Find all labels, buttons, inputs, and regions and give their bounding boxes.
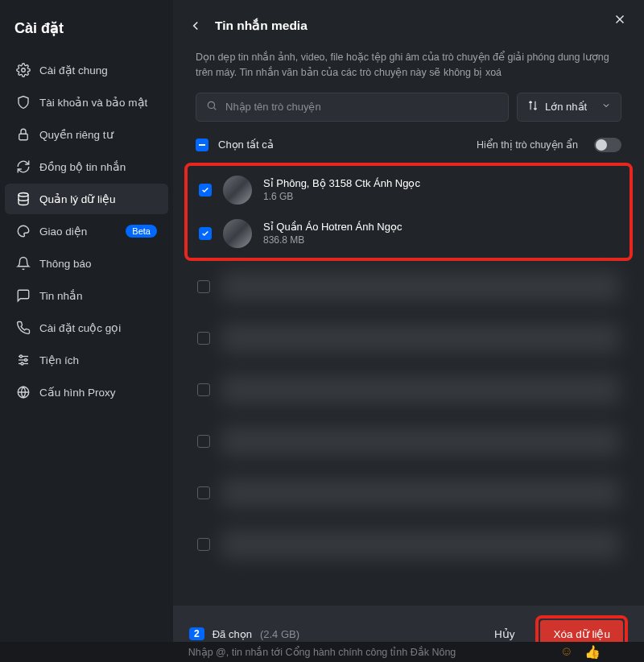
svg-point-7 bbox=[25, 359, 27, 362]
select-all-checkbox[interactable] bbox=[196, 139, 208, 151]
sidebar-item-label: Đồng bộ tin nhắn bbox=[39, 160, 126, 173]
sidebar-item-label: Tin nhắn bbox=[39, 289, 83, 302]
thumbs-up-icon[interactable]: 👍 bbox=[584, 644, 601, 660]
sidebar-item-label: Cài đặt cuộc gọi bbox=[39, 321, 121, 334]
conversation-checkbox[interactable] bbox=[197, 383, 210, 396]
sidebar-item-data[interactable]: Quản lý dữ liệu bbox=[5, 184, 168, 214]
blurred-content bbox=[221, 324, 620, 353]
svg-point-12 bbox=[208, 101, 214, 108]
conversation-item-blurred[interactable] bbox=[196, 261, 621, 312]
conversation-checkbox[interactable] bbox=[197, 332, 210, 345]
chevron-down-icon bbox=[601, 101, 611, 113]
avatar bbox=[223, 219, 252, 248]
gear-icon bbox=[16, 63, 31, 77]
sidebar-item-label: Quyền riêng tư bbox=[39, 128, 114, 141]
conversation-item-blurred[interactable] bbox=[196, 519, 621, 570]
conversation-item-blurred[interactable] bbox=[196, 364, 621, 416]
sidebar-item-label: Cấu hình Proxy bbox=[39, 386, 116, 399]
svg-rect-1 bbox=[19, 134, 28, 140]
page-description: Dọn dẹp tin nhắn ảnh, video, file hoặc t… bbox=[173, 39, 644, 93]
sidebar-item-messages[interactable]: Tin nhắn bbox=[5, 280, 168, 311]
sidebar-item-theme[interactable]: Giao diện Beta bbox=[5, 216, 168, 246]
conversation-checkbox[interactable] bbox=[197, 538, 210, 551]
sort-dropdown[interactable]: Lớn nhất bbox=[517, 93, 621, 122]
sidebar-item-call[interactable]: Cài đặt cuộc gọi bbox=[5, 312, 168, 343]
svg-point-2 bbox=[19, 193, 28, 197]
sidebar-item-label: Cài đặt chung bbox=[39, 64, 108, 77]
message-icon bbox=[16, 288, 31, 303]
page-title: Tin nhắn media bbox=[215, 19, 308, 33]
bell-icon bbox=[16, 256, 31, 271]
palette-icon bbox=[16, 224, 31, 238]
sidebar-item-notifications[interactable]: Thông báo bbox=[5, 248, 168, 279]
blurred-content bbox=[221, 427, 620, 456]
conversation-checkbox[interactable] bbox=[199, 227, 212, 240]
back-button[interactable] bbox=[186, 16, 205, 35]
show-hidden-toggle[interactable] bbox=[594, 138, 621, 152]
conversation-item[interactable]: Sỉ Phông, Bộ 3158 Ctk Ánh Ngọc 1.6 GB bbox=[197, 168, 620, 212]
sort-label: Lớn nhất bbox=[545, 101, 587, 113]
svg-point-6 bbox=[20, 355, 23, 358]
settings-sidebar: Cài đặt Cài đặt chung Tài khoản và bảo m… bbox=[0, 0, 173, 662]
svg-line-13 bbox=[214, 107, 217, 110]
blurred-content bbox=[221, 272, 620, 301]
close-button[interactable] bbox=[609, 8, 631, 31]
conversation-size: 836.8 MB bbox=[263, 234, 618, 246]
conversation-item[interactable]: Sỉ Quần Áo Hotren Ánh Ngọc 836.8 MB bbox=[197, 212, 620, 255]
search-input[interactable] bbox=[225, 101, 498, 113]
sidebar-item-privacy[interactable]: Quyền riêng tư bbox=[5, 119, 168, 150]
compose-hint: Nhập @, tin nhắn tới Cổng hành chính côn… bbox=[0, 642, 644, 662]
svg-point-0 bbox=[22, 68, 26, 72]
sidebar-item-account[interactable]: Tài khoản và bảo mật bbox=[5, 87, 168, 118]
emoji-icon[interactable]: ☺ bbox=[560, 644, 573, 660]
sidebar-item-label: Tài khoản và bảo mật bbox=[39, 96, 147, 109]
sidebar-item-label: Giao diện bbox=[39, 225, 87, 238]
beta-badge: Beta bbox=[126, 225, 157, 238]
sidebar-item-label: Tiện ích bbox=[39, 354, 79, 366]
conversation-size: 1.6 GB bbox=[263, 191, 618, 202]
avatar bbox=[223, 176, 252, 205]
conversation-item-blurred[interactable] bbox=[196, 312, 621, 364]
selected-count-badge: 2 bbox=[189, 627, 204, 640]
shield-icon bbox=[16, 95, 31, 110]
main-panel: Tin nhắn media Dọn dẹp tin nhắn ảnh, vid… bbox=[173, 0, 644, 662]
blurred-content bbox=[221, 478, 620, 507]
conversation-checkbox[interactable] bbox=[197, 280, 210, 293]
selected-size: (2.4 GB) bbox=[260, 628, 299, 640]
sort-arrows-icon bbox=[527, 100, 539, 114]
sidebar-title: Cài đặt bbox=[0, 14, 173, 53]
search-icon bbox=[206, 100, 217, 114]
sidebar-item-label: Thông báo bbox=[39, 258, 92, 270]
sync-icon bbox=[16, 159, 31, 174]
database-icon bbox=[16, 192, 31, 206]
sidebar-item-general[interactable]: Cài đặt chung bbox=[5, 55, 168, 85]
conversation-name: Sỉ Phông, Bộ 3158 Ctk Ánh Ngọc bbox=[263, 177, 618, 189]
sliders-icon bbox=[16, 353, 31, 367]
select-all-label: Chọn tất cả bbox=[218, 139, 274, 151]
svg-point-8 bbox=[21, 362, 23, 365]
conversation-checkbox[interactable] bbox=[197, 435, 210, 448]
search-box[interactable] bbox=[196, 93, 509, 122]
sidebar-item-label: Quản lý dữ liệu bbox=[39, 192, 116, 205]
sidebar-item-proxy[interactable]: Cấu hình Proxy bbox=[5, 377, 168, 408]
conversation-name: Sỉ Quần Áo Hotren Ánh Ngọc bbox=[263, 221, 618, 233]
sidebar-item-sync[interactable]: Đồng bộ tin nhắn bbox=[5, 151, 168, 182]
globe-icon bbox=[16, 385, 31, 399]
sidebar-item-utilities[interactable]: Tiện ích bbox=[5, 345, 168, 375]
conversation-checkbox[interactable] bbox=[197, 486, 210, 499]
conversation-item-blurred[interactable] bbox=[196, 467, 621, 519]
phone-icon bbox=[16, 321, 31, 335]
show-hidden-label: Hiển thị trò chuyện ẩn bbox=[477, 139, 578, 151]
lock-icon bbox=[16, 127, 31, 142]
blurred-content bbox=[221, 375, 620, 404]
conversation-checkbox[interactable] bbox=[199, 184, 212, 197]
selected-label: Đã chọn bbox=[213, 628, 252, 640]
blurred-content bbox=[221, 530, 620, 559]
highlighted-selection: Sỉ Phông, Bộ 3158 Ctk Ánh Ngọc 1.6 GB Sỉ… bbox=[184, 163, 633, 261]
conversation-item-blurred[interactable] bbox=[196, 416, 621, 467]
